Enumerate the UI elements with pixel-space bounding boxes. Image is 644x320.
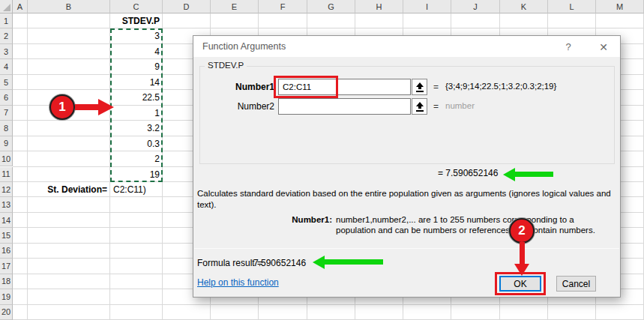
arg-help-line2: population and can be numbers or referen… [336,226,595,235]
dialog-separator [194,248,619,249]
number1-evaluated-value: {3;4;9;14;22.5;1;3.2;0.3;2;19} [445,82,556,91]
column-header-G[interactable]: G [307,0,355,13]
row-header-7[interactable]: 7 [0,106,13,121]
number2-placeholder-value: number [445,101,475,110]
red-arrow-shaft [520,242,525,264]
gridline-horizontal [13,28,644,28]
dialog-titlebar[interactable]: Function Arguments ? ✕ [193,36,620,57]
help-on-this-function-link[interactable]: Help on this function [197,277,279,288]
red-arrowhead-right-icon [98,99,114,115]
row-header-12[interactable]: 12 [0,182,13,197]
column-header-E[interactable]: E [211,0,259,13]
column-header-M[interactable]: M [596,0,644,13]
column-header-L[interactable]: L [548,0,596,13]
number1-equals-sign: = [433,82,439,92]
collapse-dialog-icon [415,102,424,112]
row-header-11[interactable]: 11 [0,167,13,182]
dialog-title: Function Arguments [202,41,286,52]
row-header-14[interactable]: 14 [0,213,13,228]
step-1-badge: 1 [49,94,75,120]
number2-equals-sign: = [433,101,439,112]
row-header-3[interactable]: 3 [0,44,13,59]
number2-input[interactable] [278,98,411,115]
step-2-badge: 2 [509,218,535,244]
arg-help-label: Number1: [253,215,332,224]
function-description-line2: text). [197,200,217,209]
number1-range-selector-button[interactable] [412,79,427,95]
row-header-9[interactable]: 9 [0,136,13,151]
formula-result-value: 7.590652146 [253,258,306,268]
red-arrowhead-down-icon [514,264,529,276]
function-description-line1: Calculates standard deviation based on t… [197,189,611,198]
excel-window: ABCDEFGHIJKLM123456789101112131415161718… [0,0,644,320]
number2-label: Number2 [201,101,274,112]
green-arrow-shaft [323,259,383,265]
formula-result-label: Formula result = [197,258,262,268]
gridline-horizontal [13,304,644,305]
column-header-J[interactable]: J [451,0,500,13]
green-arrow-formula-result [313,256,384,269]
row-header-15[interactable]: 15 [0,228,13,243]
cancel-button[interactable]: Cancel [556,276,596,292]
row-header-19[interactable]: 19 [0,289,13,304]
column-header-F[interactable]: F [259,0,307,13]
gridline-vertical [27,13,28,320]
row-header-1[interactable]: 1 [0,13,13,28]
column-header-H[interactable]: H [355,0,403,13]
row-header-10[interactable]: 10 [0,151,13,166]
row-header-16[interactable]: 16 [0,244,13,259]
red-arrow-shaft [75,104,98,110]
number1-label: Number1 [201,82,274,92]
column-header-K[interactable]: K [500,0,548,13]
row-header-8[interactable]: 8 [0,121,13,136]
row-header-20[interactable]: 20 [0,305,13,320]
column-header-B[interactable]: B [28,0,110,13]
arg-help-line1: number1,number2,... are 1 to 255 numbers… [336,215,574,224]
intermediate-result: = 7.590652146 [438,168,498,178]
row-header-17[interactable]: 17 [0,259,13,274]
green-arrow-result [503,168,554,181]
green-arrow-shaft [514,172,553,177]
close-icon[interactable]: ✕ [596,40,611,54]
row-header-6[interactable]: 6 [0,90,13,105]
column-header-D[interactable]: D [163,0,211,13]
row-header-2[interactable]: 2 [0,28,13,43]
annotation-highlight-box-number1 [274,76,338,98]
column-header-I[interactable]: I [403,0,451,13]
number2-range-selector-button[interactable] [412,98,427,115]
cell-C1[interactable]: STDEV.P [110,13,163,28]
select-all-corner[interactable] [0,0,13,13]
select-all-triangle-icon [3,4,10,11]
column-header-A[interactable]: A [13,0,28,13]
function-arguments-dialog: Function Arguments ? ✕ STDEV.P Number1 =… [193,35,621,298]
collapse-dialog-icon [415,82,424,92]
dialog-help-button[interactable]: ? [561,40,576,54]
selection-marquee [110,28,163,182]
row-header-5[interactable]: 5 [0,75,13,90]
row-header-18[interactable]: 18 [0,274,13,289]
row-header-4[interactable]: 4 [0,59,13,74]
function-name-label: STDEV.P [205,61,247,70]
column-header-C[interactable]: C [110,0,163,13]
row-header-13[interactable]: 13 [0,197,13,212]
cell-C12[interactable]: C2:C11) [110,182,163,197]
cell-B12[interactable]: St. Deviation= [28,182,110,197]
